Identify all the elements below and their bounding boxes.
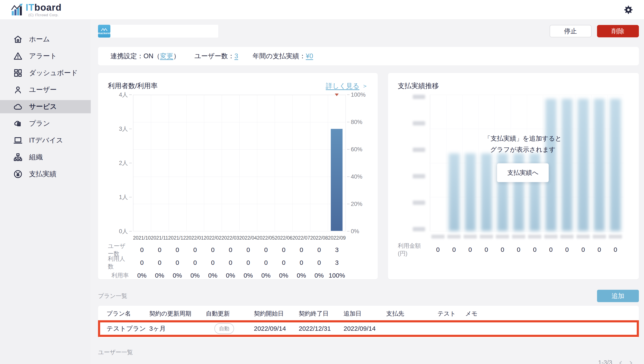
sidebar-item[interactable]: ホーム [0,33,91,46]
blurred-x-label [544,235,557,238]
go-to-payments-button[interactable]: 支払実績へ [497,163,549,182]
payment-amount-value: 0 [511,246,527,253]
sidebar-item[interactable]: 組織 [0,151,91,164]
usage-table-row: 0%0%0%0%0%0%0%0%0%0%0%100% [133,270,346,281]
x-axis-label: 2022/01 [186,235,204,241]
plan-table-header[interactable]: 契約終了日 [299,310,344,318]
pagination-next-icon[interactable]: › [629,359,633,364]
logo-board: board [34,2,62,12]
annual-payment-label: 年間の支払実績： [253,52,306,60]
usage-table-value: 100% [328,272,346,279]
sidebar-item[interactable]: ユーザー [0,83,91,96]
blurred-x-label [496,235,509,238]
usage-table-value: 3 [328,246,346,254]
auto-renew-cell: 自動 [206,323,254,334]
settings-gear-icon[interactable] [624,5,633,14]
blurred-y-label [413,227,425,231]
sidebar-item[interactable]: プラン [0,117,91,130]
usage-plot [133,95,346,231]
sidebar-item[interactable]: ダッシュボード [0,66,91,80]
blurred-x-label [560,235,573,238]
payment-amount-value: 0 [494,246,511,253]
change-link[interactable]: 変更 [160,52,173,60]
plan-table-header[interactable]: 支払先 [386,310,438,318]
x-axis-label: 2022/07 [292,235,310,241]
payment-placeholder-bar [449,154,460,231]
stop-button[interactable]: 停止 [550,25,591,37]
usage-table-value: 0 [204,259,222,266]
home-icon [13,34,23,44]
x-axis-label: 2022/05 [257,235,275,241]
plan-table-header[interactable]: プラン名 [107,310,149,318]
plan-icon [13,119,23,128]
usage-table-value: 0% [133,272,151,279]
payment-placeholder-bar [594,99,605,231]
page: ITboard (C) ITcrowd Corp. [0,0,644,364]
sidebar-item-label: ホーム [29,34,50,44]
usage-table-value: 0 [275,246,292,254]
sidebar-item-label: アラート [29,52,57,61]
payment-amount-value: 0 [527,246,543,253]
plan-table-header[interactable]: テスト [438,310,465,318]
sidebar-item[interactable]: ITデバイス [0,134,91,147]
usage-table-value: 0 [310,259,328,266]
dashboard-icon [13,68,23,78]
see-more-link[interactable]: 詳しく見る ＞ [326,82,368,90]
x-axis-label: 2022/02 [204,235,221,241]
service-infobar: 連携設定：ON （ 変更 ） ユーザー数： 3 年間の支払実績： ¥0 [98,47,639,65]
service-header: mackerel 停止 削除 [98,24,639,38]
plan-table-header[interactable]: メモ [465,310,630,318]
payment-chart-title: 支払実績推移 [398,81,439,91]
logo-copyright: (C) ITcrowd Corp. [29,14,59,17]
usage-table-row-label: 利用率 [108,270,133,281]
plan-table-header[interactable]: 追加日 [344,310,386,318]
annual-payment-link[interactable]: ¥0 [306,52,313,60]
service-name-blank [110,25,218,38]
usage-table-value: 0 [168,259,186,266]
add-plan-button[interactable]: 追加 [597,290,639,302]
sidebar-item-label: 組織 [29,152,43,162]
pagination-range: 1-3/3 [598,359,612,364]
usage-table-row: 000000000003 [133,244,346,256]
app-logo[interactable]: ITboard (C) ITcrowd Corp. [11,3,62,17]
blurred-x-label [528,235,541,238]
link-settings-status: 連携設定：ON [110,52,154,60]
payment-amount-value: 0 [591,246,607,253]
plan-table-header[interactable]: 自動更新 [206,310,254,318]
plan-table-header[interactable]: 契約の更新周期 [149,310,206,318]
x-axis-label: 2022/04 [239,235,257,241]
sidebar-item-label: ユーザー [29,85,57,94]
usage-table-row: 000000000003 [133,257,346,268]
plan-table-row-highlighted[interactable]: テストプラン 3ヶ月 自動 2022/09/14 2022/12/31 2022… [98,320,639,337]
blurred-x-label [431,235,445,238]
pagination-prev-icon[interactable]: ‹ [618,359,622,364]
usage-table-value: 0% [168,272,186,279]
mackerel-peaks-icon [101,28,107,31]
usage-table-value: 3 [328,259,346,266]
payment-x-axis-blurred [430,235,623,238]
sidebar-item-label: サービス [29,102,57,112]
usage-table-value: 0% [257,272,275,279]
sidebar-item-label: 支払実績 [29,170,56,179]
delete-button[interactable]: 削除 [597,25,639,37]
usage-table-value: 0 [168,246,186,254]
payment-amount-label: 利用金額(円) [398,245,430,254]
payment-amount-value: 0 [462,246,478,253]
sidebar-item-label: プラン [29,119,50,128]
usage-table-value: 0 [275,259,292,266]
usage-table-value: 0 [292,246,310,254]
plan-table-header[interactable]: 契約開始日 [254,310,299,318]
service-logo-mackerel: mackerel [98,25,110,38]
payment-overlay-line2: グラフが表示されます [484,144,562,155]
sidebar-item[interactable]: アラート [0,50,91,63]
sidebar-item[interactable]: 支払実績 [0,168,91,181]
sidebar-item[interactable]: サービス [0,100,91,113]
usage-table-value: 0 [133,246,151,254]
pagination: 1-3/3 ‹ › [98,358,639,364]
usage-chart-title: 利用者数/利用率 [108,81,158,91]
yen-icon [13,170,23,179]
payment-placeholder-bar [562,99,572,231]
user-count-link[interactable]: 3 [234,52,238,60]
blurred-x-label [480,235,493,238]
logo-it: IT [26,2,34,12]
